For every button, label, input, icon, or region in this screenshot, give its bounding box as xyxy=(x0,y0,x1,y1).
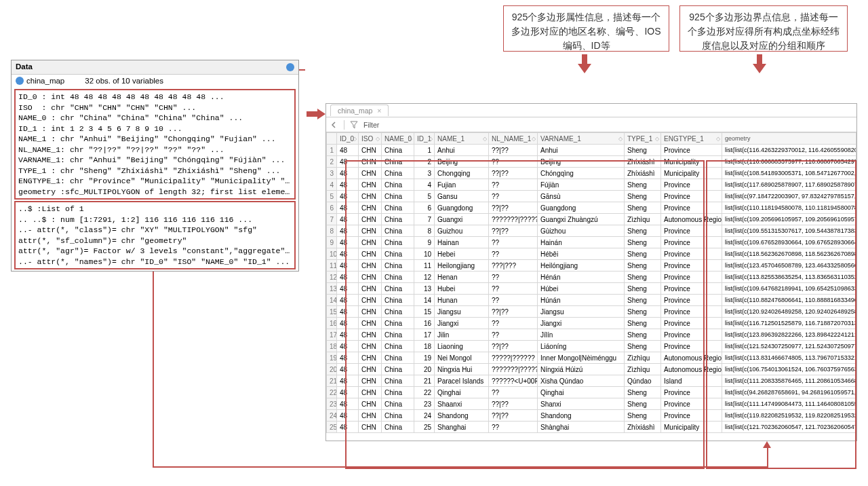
col-id_1[interactable]: ID_1◇ xyxy=(414,133,435,145)
sort-icon[interactable]: ◇ xyxy=(618,136,623,142)
cell: 48 xyxy=(337,179,359,191)
sort-icon[interactable]: ◇ xyxy=(483,136,487,142)
cell: Húnán xyxy=(538,295,625,306)
cell: Gānsù xyxy=(538,191,625,202)
cell: 13 xyxy=(414,283,435,295)
up-arrow-icon xyxy=(763,441,771,448)
table-row[interactable]: 2548CHNChina25Shanghai??ShànghaiZhíxiásh… xyxy=(327,422,856,433)
cell: Sheng xyxy=(625,341,661,352)
cell: Anhui xyxy=(538,145,625,156)
table-row[interactable]: 848CHNChina8Guizhou??|??GùizhouShengProv… xyxy=(327,225,856,237)
col-varname_1[interactable]: VARNAME_1◇ xyxy=(538,133,625,145)
cell: Province xyxy=(661,248,722,260)
sort-icon[interactable]: ◇ xyxy=(655,136,659,142)
cell: Inner Mongol|Nèiménggu xyxy=(538,352,625,364)
col-name_1[interactable]: NAME_1◇ xyxy=(435,133,489,145)
sort-icon[interactable]: ◇ xyxy=(408,136,412,142)
table-row[interactable]: 1148CHNChina11Heilongjiang???|???Heilóng… xyxy=(327,260,856,272)
sort-icon[interactable]: ◇ xyxy=(429,136,433,142)
cell: ??|?? xyxy=(489,398,538,410)
table-row[interactable]: 2248CHNChina22Qinghai??QinghaiShengProvi… xyxy=(327,387,856,398)
data-object-row[interactable]: china_map 32 obs. of 10 variables xyxy=(12,75,298,88)
col-rownum[interactable] xyxy=(327,133,337,145)
cell: ?? xyxy=(489,248,538,260)
cell: Hainan xyxy=(435,237,489,248)
table-row[interactable]: 1648CHNChina16Jiangxi??JiangxiShengProvi… xyxy=(327,318,856,329)
cell: Province xyxy=(661,191,722,202)
tab-china-map[interactable]: china_map × xyxy=(330,105,389,116)
cell: 48 xyxy=(337,145,359,156)
table-row[interactable]: 2348CHNChina23Shaanxi??|??ShanxiShengPro… xyxy=(327,398,856,410)
cell: ?? xyxy=(489,272,538,283)
table-row[interactable]: 2448CHNChina24Shandong??|??ShandongSheng… xyxy=(327,410,856,422)
cell: list(list(c(111.208335876465, 111.208610… xyxy=(722,375,856,387)
struct-line: NAME_1 : chr "Anhui" "Beijing" "Chongqin… xyxy=(18,134,292,145)
table-row[interactable]: 1248CHNChina12Henan??HénánShengProvincel… xyxy=(327,272,856,283)
table-row[interactable]: 1348CHNChina13Hubei??HúbeiShengProvincel… xyxy=(327,283,856,295)
table-row[interactable]: 1448CHNChina14Hunan??HúnánShengProvincel… xyxy=(327,295,856,306)
table-row[interactable]: 948CHNChina9Hainan??HainánShengProvincel… xyxy=(327,237,856,248)
table-row[interactable]: 1848CHNChina18Liaoning??|??LiáoníngSheng… xyxy=(327,341,856,352)
cell: CHN xyxy=(359,283,382,295)
cell: Hainán xyxy=(538,237,625,248)
close-icon[interactable]: × xyxy=(377,107,381,115)
table-row[interactable]: 1948CHNChina19Nei Mongol?????|??????Inne… xyxy=(327,352,856,364)
table-row[interactable]: 448CHNChina4Fujian??FújiànShengProvincel… xyxy=(327,179,856,191)
table-row[interactable]: 1548CHNChina15Jiangsu??|??JiangsuShengPr… xyxy=(327,306,856,318)
table-row[interactable]: 548CHNChina5Gansu??GānsùShengProvincelis… xyxy=(327,191,856,202)
cell: Province xyxy=(661,410,722,422)
cell: Anhui xyxy=(435,145,489,156)
filter-label[interactable]: Filter xyxy=(363,121,379,129)
filter-icon[interactable] xyxy=(350,120,358,129)
expand-icon[interactable] xyxy=(16,77,24,85)
cell: Chongqing xyxy=(435,168,489,179)
table-row[interactable]: 2148CHNChina21Paracel Islands??????<U+00… xyxy=(327,375,856,387)
table-row[interactable]: 248CHNChina2Beijing??BeijingZhíxiáshìMun… xyxy=(327,156,856,168)
cell: 17 xyxy=(327,329,337,341)
cell: 15 xyxy=(414,306,435,318)
cell: CHN xyxy=(359,237,382,248)
cell: 11 xyxy=(414,260,435,272)
struct-line: .. ..$ : num [1:7291, 1:2] 116 116 116 1… xyxy=(18,214,292,225)
cell: Liaoning xyxy=(435,341,489,352)
cell: list(list(c(109.676528930664, 109.676528… xyxy=(722,237,856,248)
sort-icon[interactable]: ◇ xyxy=(353,136,357,142)
table-body: ID_0◇ISO◇NAME_0◇ID_1◇NAME_1◇NL_NAME_1◇VA… xyxy=(326,132,856,433)
table-row[interactable]: 1048CHNChina10Hebei??HéběiShengProvincel… xyxy=(327,248,856,260)
cell: list(list(c(123.457046508789, 123.464332… xyxy=(722,260,856,272)
cell: Shanxi xyxy=(538,398,625,410)
col-iso[interactable]: ISO◇ xyxy=(359,133,382,145)
col-geometry[interactable]: geometry xyxy=(722,133,856,145)
col-type_1[interactable]: TYPE_1◇ xyxy=(625,133,661,145)
table-row[interactable]: 748CHNChina7Guangxi???????|????????Guang… xyxy=(327,214,856,225)
table-row[interactable]: 648CHNChina6Guangdong??|??GuangdongSheng… xyxy=(327,202,856,214)
back-icon[interactable] xyxy=(330,120,338,129)
cell: list(list(c(123.896392822266, 123.898422… xyxy=(722,329,856,341)
down-arrow-icon xyxy=(578,54,591,73)
cell: Paracel Islands xyxy=(435,375,489,387)
cell: 3 xyxy=(414,168,435,179)
cell: ???????|???????? xyxy=(489,214,538,225)
cell: list(list(c(113.831466674805, 113.796707… xyxy=(722,352,856,364)
cell: Jiangsu xyxy=(435,306,489,318)
cell: ?? xyxy=(489,387,538,398)
table-row[interactable]: 348CHNChina3Chongqing??|??ChóngqìngZhíxi… xyxy=(327,168,856,179)
sort-icon[interactable]: ◇ xyxy=(376,136,380,142)
sort-icon[interactable]: ◇ xyxy=(716,136,720,142)
cell: ?? xyxy=(489,318,538,329)
sort-icon[interactable]: ◇ xyxy=(532,136,536,142)
struct-line: ENGTYPE_1: chr "Province" "Municipality"… xyxy=(18,176,292,187)
table-row[interactable]: 2048CHNChina20Ningxia Hui???????|???????… xyxy=(327,364,856,375)
col-nl_name_1[interactable]: NL_NAME_1◇ xyxy=(489,133,538,145)
cell: 10 xyxy=(414,248,435,260)
cell: China xyxy=(382,410,414,422)
table-row[interactable]: 1748CHNChina17Jilin??JílínShengProvincel… xyxy=(327,329,856,341)
refresh-icon[interactable] xyxy=(286,63,294,71)
col-id_0[interactable]: ID_0◇ xyxy=(337,133,359,145)
col-name_0[interactable]: NAME_0◇ xyxy=(382,133,414,145)
cell: ?? xyxy=(489,329,538,341)
cell: CHN xyxy=(359,295,382,306)
col-engtype_1[interactable]: ENGTYPE_1◇ xyxy=(661,133,722,145)
table-row[interactable]: 148CHNChina1Anhui??|??AnhuiShengProvince… xyxy=(327,145,856,156)
cell: ?? xyxy=(489,179,538,191)
